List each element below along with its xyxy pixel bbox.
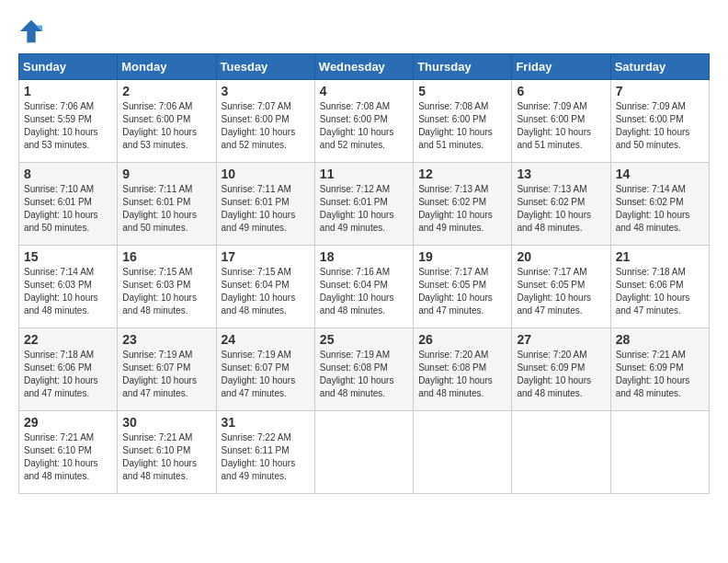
- day-number: 28: [616, 332, 704, 347]
- day-info: Sunrise: 7:06 AM Sunset: 5:59 PM Dayligh…: [24, 100, 112, 152]
- day-info: Sunrise: 7:11 AM Sunset: 6:01 PM Dayligh…: [222, 183, 310, 235]
- day-info: Sunrise: 7:09 AM Sunset: 6:00 PM Dayligh…: [616, 100, 704, 152]
- day-number: 19: [418, 249, 506, 264]
- day-number: 31: [222, 415, 310, 430]
- day-info: Sunrise: 7:08 AM Sunset: 6:00 PM Dayligh…: [320, 100, 408, 152]
- day-number: 23: [122, 332, 210, 347]
- calendar-header-row: SundayMondayTuesdayWednesdayThursdayFrid…: [19, 54, 710, 80]
- day-info: Sunrise: 7:06 AM Sunset: 6:00 PM Dayligh…: [122, 100, 210, 152]
- day-cell: [610, 411, 709, 494]
- header-thursday: Thursday: [414, 54, 512, 80]
- day-cell: 15Sunrise: 7:14 AM Sunset: 6:03 PM Dayli…: [19, 246, 118, 328]
- day-cell: 20Sunrise: 7:17 AM Sunset: 6:05 PM Dayli…: [512, 246, 610, 328]
- day-info: Sunrise: 7:13 AM Sunset: 6:02 PM Dayligh…: [418, 183, 506, 235]
- week-row-5: 29Sunrise: 7:21 AM Sunset: 6:10 PM Dayli…: [19, 411, 710, 494]
- day-number: 22: [24, 332, 112, 347]
- day-number: 25: [320, 332, 408, 347]
- day-number: 13: [517, 167, 605, 181]
- day-number: 21: [616, 249, 704, 264]
- day-cell: 29Sunrise: 7:21 AM Sunset: 6:10 PM Dayli…: [19, 411, 118, 494]
- day-number: 4: [320, 84, 408, 98]
- day-cell: 11Sunrise: 7:12 AM Sunset: 6:01 PM Dayli…: [314, 163, 413, 246]
- day-number: 26: [418, 332, 506, 347]
- week-row-2: 8Sunrise: 7:10 AM Sunset: 6:01 PM Daylig…: [19, 163, 710, 246]
- day-info: Sunrise: 7:18 AM Sunset: 6:06 PM Dayligh…: [616, 266, 704, 317]
- day-cell: 26Sunrise: 7:20 AM Sunset: 6:08 PM Dayli…: [414, 328, 512, 411]
- svg-marker-0: [20, 20, 42, 42]
- day-number: 17: [222, 249, 310, 264]
- header-monday: Monday: [118, 54, 216, 80]
- day-cell: 3Sunrise: 7:07 AM Sunset: 6:00 PM Daylig…: [216, 80, 314, 163]
- day-cell: 9Sunrise: 7:11 AM Sunset: 6:01 PM Daylig…: [118, 163, 216, 246]
- day-info: Sunrise: 7:16 AM Sunset: 6:04 PM Dayligh…: [320, 266, 408, 317]
- day-number: 20: [517, 249, 605, 264]
- day-number: 8: [24, 167, 112, 181]
- day-info: Sunrise: 7:13 AM Sunset: 6:02 PM Dayligh…: [517, 183, 605, 235]
- day-cell: 2Sunrise: 7:06 AM Sunset: 6:00 PM Daylig…: [118, 80, 216, 163]
- day-info: Sunrise: 7:11 AM Sunset: 6:01 PM Dayligh…: [122, 183, 210, 235]
- day-info: Sunrise: 7:15 AM Sunset: 6:03 PM Dayligh…: [122, 266, 210, 317]
- day-cell: 7Sunrise: 7:09 AM Sunset: 6:00 PM Daylig…: [610, 80, 709, 163]
- day-cell: 5Sunrise: 7:08 AM Sunset: 6:00 PM Daylig…: [414, 80, 512, 163]
- day-info: Sunrise: 7:12 AM Sunset: 6:01 PM Dayligh…: [320, 183, 408, 235]
- day-number: 14: [616, 167, 704, 181]
- day-info: Sunrise: 7:21 AM Sunset: 6:09 PM Dayligh…: [616, 349, 704, 400]
- day-number: 3: [222, 84, 310, 98]
- day-info: Sunrise: 7:19 AM Sunset: 6:07 PM Dayligh…: [122, 349, 210, 400]
- day-cell: 1Sunrise: 7:06 AM Sunset: 5:59 PM Daylig…: [19, 80, 118, 163]
- day-cell: 4Sunrise: 7:08 AM Sunset: 6:00 PM Daylig…: [314, 80, 413, 163]
- header-wednesday: Wednesday: [314, 54, 413, 80]
- day-number: 30: [122, 415, 210, 430]
- day-info: Sunrise: 7:21 AM Sunset: 6:10 PM Dayligh…: [24, 431, 112, 483]
- header: [18, 18, 710, 44]
- header-friday: Friday: [512, 54, 610, 80]
- calendar: SundayMondayTuesdayWednesdayThursdayFrid…: [18, 53, 710, 494]
- day-info: Sunrise: 7:20 AM Sunset: 6:08 PM Dayligh…: [418, 349, 506, 400]
- day-cell: 31Sunrise: 7:22 AM Sunset: 6:11 PM Dayli…: [216, 411, 314, 494]
- day-info: Sunrise: 7:17 AM Sunset: 6:05 PM Dayligh…: [418, 266, 506, 317]
- day-number: 11: [320, 167, 408, 181]
- day-cell: 30Sunrise: 7:21 AM Sunset: 6:10 PM Dayli…: [118, 411, 216, 494]
- day-number: 16: [122, 249, 210, 264]
- day-number: 9: [122, 167, 210, 181]
- day-number: 15: [24, 249, 112, 264]
- day-cell: 10Sunrise: 7:11 AM Sunset: 6:01 PM Dayli…: [216, 163, 314, 246]
- day-info: Sunrise: 7:17 AM Sunset: 6:05 PM Dayligh…: [517, 266, 605, 317]
- day-cell: 16Sunrise: 7:15 AM Sunset: 6:03 PM Dayli…: [118, 246, 216, 328]
- week-row-3: 15Sunrise: 7:14 AM Sunset: 6:03 PM Dayli…: [19, 246, 710, 328]
- day-cell: 28Sunrise: 7:21 AM Sunset: 6:09 PM Dayli…: [610, 328, 709, 411]
- day-info: Sunrise: 7:14 AM Sunset: 6:03 PM Dayligh…: [24, 266, 112, 317]
- day-number: 10: [222, 167, 310, 181]
- day-number: 2: [122, 84, 210, 98]
- day-number: 5: [418, 84, 506, 98]
- day-info: Sunrise: 7:15 AM Sunset: 6:04 PM Dayligh…: [222, 266, 310, 317]
- logo-icon: [18, 18, 44, 44]
- day-cell: 24Sunrise: 7:19 AM Sunset: 6:07 PM Dayli…: [216, 328, 314, 411]
- day-info: Sunrise: 7:10 AM Sunset: 6:01 PM Dayligh…: [24, 183, 112, 235]
- day-cell: 18Sunrise: 7:16 AM Sunset: 6:04 PM Dayli…: [314, 246, 413, 328]
- day-cell: 8Sunrise: 7:10 AM Sunset: 6:01 PM Daylig…: [19, 163, 118, 246]
- day-info: Sunrise: 7:21 AM Sunset: 6:10 PM Dayligh…: [122, 431, 210, 483]
- day-cell: [314, 411, 413, 494]
- day-cell: 23Sunrise: 7:19 AM Sunset: 6:07 PM Dayli…: [118, 328, 216, 411]
- day-info: Sunrise: 7:09 AM Sunset: 6:00 PM Dayligh…: [517, 100, 605, 152]
- day-info: Sunrise: 7:19 AM Sunset: 6:07 PM Dayligh…: [222, 349, 310, 400]
- week-row-4: 22Sunrise: 7:18 AM Sunset: 6:06 PM Dayli…: [19, 328, 710, 411]
- week-row-1: 1Sunrise: 7:06 AM Sunset: 5:59 PM Daylig…: [19, 80, 710, 163]
- day-number: 29: [24, 415, 112, 430]
- day-info: Sunrise: 7:14 AM Sunset: 6:02 PM Dayligh…: [616, 183, 704, 235]
- day-number: 6: [517, 84, 605, 98]
- day-info: Sunrise: 7:22 AM Sunset: 6:11 PM Dayligh…: [222, 431, 310, 483]
- day-cell: 14Sunrise: 7:14 AM Sunset: 6:02 PM Dayli…: [610, 163, 709, 246]
- day-number: 12: [418, 167, 506, 181]
- day-cell: 25Sunrise: 7:19 AM Sunset: 6:08 PM Dayli…: [314, 328, 413, 411]
- day-cell: 19Sunrise: 7:17 AM Sunset: 6:05 PM Dayli…: [414, 246, 512, 328]
- day-cell: 27Sunrise: 7:20 AM Sunset: 6:09 PM Dayli…: [512, 328, 610, 411]
- day-cell: [414, 411, 512, 494]
- header-sunday: Sunday: [19, 54, 118, 80]
- header-saturday: Saturday: [610, 54, 709, 80]
- day-cell: 12Sunrise: 7:13 AM Sunset: 6:02 PM Dayli…: [414, 163, 512, 246]
- day-info: Sunrise: 7:08 AM Sunset: 6:00 PM Dayligh…: [418, 100, 506, 152]
- day-cell: 17Sunrise: 7:15 AM Sunset: 6:04 PM Dayli…: [216, 246, 314, 328]
- logo: [18, 18, 48, 44]
